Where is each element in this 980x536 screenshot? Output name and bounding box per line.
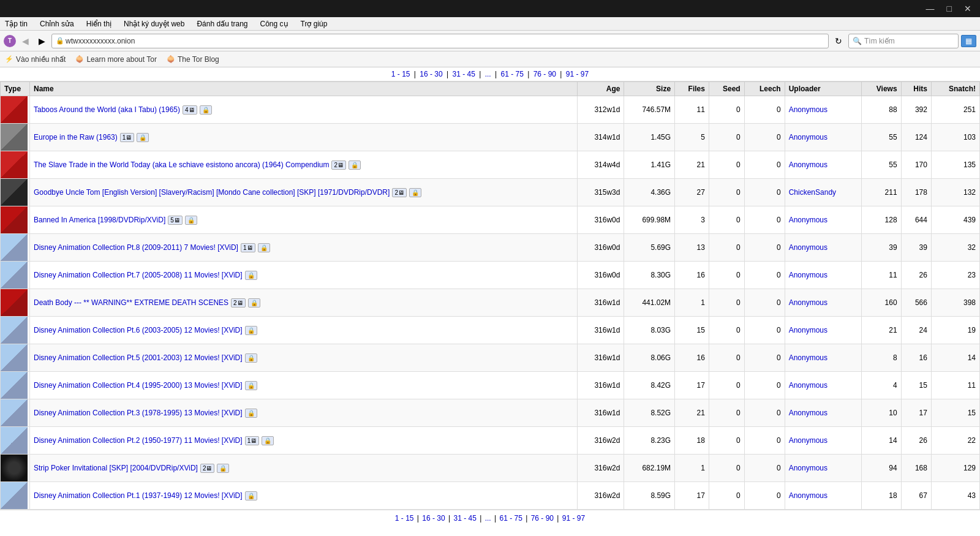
col-type[interactable]: Type	[1, 82, 30, 96]
page-link-91-97[interactable]: 91 - 97	[566, 70, 589, 78]
minimize-button[interactable]: —	[922, 2, 938, 15]
torrent-name-link[interactable]: Banned In America [1998/DVDRip/XViD]	[34, 216, 165, 224]
bookmark-learn-tor[interactable]: 🧅 Learn more about Tor	[75, 55, 157, 64]
bookmark-label-2: Learn more about Tor	[86, 55, 157, 64]
page-bottom-link-dots[interactable]: ...	[485, 514, 491, 523]
col-snatch[interactable]: Snatch!	[931, 82, 979, 96]
menu-bookmarks[interactable]: Đánh dấu trang	[194, 18, 250, 29]
torrent-name-link[interactable]: Goodbye Uncle Tom [English Version] [Sla…	[34, 188, 390, 197]
age-cell: 314w4d	[578, 151, 624, 179]
uploader-link[interactable]: Anonymous	[789, 353, 827, 362]
age-cell: 314w1d	[578, 124, 624, 151]
col-age[interactable]: Age	[578, 82, 624, 96]
uploader-link[interactable]: Anonymous	[789, 436, 827, 445]
torrent-name-link[interactable]: Disney Animation Collection Pt.3 (1978-1…	[34, 409, 243, 417]
search-bar[interactable]: 🔍 Tìm kiếm	[848, 34, 959, 48]
page-bottom-link-1-15[interactable]: 1 - 15	[395, 514, 414, 523]
bookmark-most-visited[interactable]: ⚡ Vào nhiều nhất	[5, 55, 66, 64]
torrent-name-link[interactable]: Disney Animation Collection Pt.7 (2005-2…	[34, 271, 243, 279]
col-hits[interactable]: Hits	[901, 82, 931, 96]
torrent-name-link[interactable]: Strip Poker Invitational [SKP] [2004/DVD…	[34, 464, 198, 472]
toolbar-right: ▦	[961, 35, 976, 47]
uploader-link[interactable]: Anonymous	[789, 464, 827, 472]
page-bottom-link-61-75[interactable]: 61 - 75	[499, 514, 522, 523]
uploader-link[interactable]: Anonymous	[789, 105, 827, 114]
files-cell: 1	[675, 455, 709, 482]
refresh-button[interactable]: ↻	[831, 34, 846, 48]
torrent-name-link[interactable]: Disney Animation Collection Pt.5 (2001-2…	[34, 353, 243, 362]
col-name[interactable]: Name	[30, 82, 578, 96]
table-row: Disney Animation Collection Pt.2 (1950-1…	[1, 427, 980, 455]
menu-help[interactable]: Trợ giúp	[298, 18, 330, 29]
forward-button[interactable]: ▶	[35, 34, 49, 48]
uploader-link[interactable]: ChickenSandy	[789, 188, 836, 197]
col-seed[interactable]: Seed	[709, 82, 744, 96]
uploader-link[interactable]: Anonymous	[789, 271, 827, 279]
uploader-link[interactable]: Anonymous	[789, 133, 827, 142]
menu-tools[interactable]: Công cụ	[258, 18, 291, 29]
bookmark-icon-3: 🧅	[167, 55, 175, 63]
size-cell: 8.59G	[624, 482, 675, 510]
uploader-link[interactable]: Anonymous	[789, 298, 827, 307]
page-bottom-link-91-97[interactable]: 91 - 97	[562, 514, 585, 523]
page-bottom-link-31-45[interactable]: 31 - 45	[453, 514, 476, 523]
leech-cell: 0	[744, 96, 785, 124]
torrent-name-link[interactable]: Disney Animation Collection Pt.6 (2003-2…	[34, 326, 243, 334]
page-link-61-75[interactable]: 61 - 75	[500, 70, 523, 78]
menu-history[interactable]: Nhật ký duyệt web	[121, 18, 187, 29]
blue-button-1[interactable]: ▦	[961, 35, 976, 47]
uploader-link[interactable]: Anonymous	[789, 326, 827, 334]
page-link-31-45[interactable]: 31 - 45	[452, 70, 475, 78]
uploader-link[interactable]: Anonymous	[789, 491, 827, 500]
col-uploader[interactable]: Uploader	[785, 82, 861, 96]
torrent-name-link[interactable]: Disney Animation Collection Pt.2 (1950-1…	[34, 436, 243, 445]
bookmark-tor-blog[interactable]: 🧅 The Tor Blog	[167, 55, 219, 64]
torrent-name-link[interactable]: Death Body --- ** WARNING** EXTREME DEAT…	[34, 298, 228, 307]
tor-icon: T	[4, 35, 16, 47]
maximize-button[interactable]: □	[943, 2, 956, 15]
age-cell: 312w1d	[578, 96, 624, 124]
page-bottom-link-76-90[interactable]: 76 - 90	[531, 514, 554, 523]
torrent-name-link[interactable]: Europe in the Raw (1963)	[34, 133, 118, 142]
torrent-name-link[interactable]: Disney Animation Collection Pt.1 (1937-1…	[34, 491, 243, 500]
page-bottom-link-16-30[interactable]: 16 - 30	[422, 514, 445, 523]
torrent-name-link[interactable]: Disney Animation Collection Pt.8 (2009-2…	[34, 243, 238, 252]
uploader-link[interactable]: Anonymous	[789, 243, 827, 252]
torrent-name-link[interactable]: Disney Animation Collection Pt.4 (1995-2…	[34, 381, 243, 390]
table-row: Goodbye Uncle Tom [English Version] [Sla…	[1, 179, 980, 206]
search-icon: 🔍	[853, 37, 862, 45]
hits-cell: 392	[901, 96, 931, 124]
lock-badge: 🔒	[409, 188, 421, 197]
col-leech[interactable]: Leech	[744, 82, 785, 96]
uploader-link[interactable]: Anonymous	[789, 160, 827, 169]
address-bar-wrap[interactable]: 🔒 wtwxxxxxxxxxx.onion	[51, 34, 829, 48]
uploader-link[interactable]: Anonymous	[789, 409, 827, 417]
files-cell: 11	[675, 96, 709, 124]
page-link-1-15[interactable]: 1 - 15	[391, 70, 410, 78]
hits-cell: 24	[901, 317, 931, 344]
col-files[interactable]: Files	[675, 82, 709, 96]
browser-menubar: Tập tin Chỉnh sửa Hiển thị Nhật ký duyệt…	[0, 17, 980, 31]
close-button[interactable]: ✕	[960, 2, 975, 15]
name-cell: Disney Animation Collection Pt.8 (2009-2…	[30, 234, 578, 262]
page-link-76-90[interactable]: 76 - 90	[533, 70, 556, 78]
col-size[interactable]: Size	[624, 82, 675, 96]
type-cell	[1, 482, 30, 510]
torrent-name-link[interactable]: Taboos Around the World (aka I Tabu) (19…	[34, 105, 180, 114]
name-cell: The Slave Trade in the World Today (aka …	[30, 151, 578, 179]
torrent-name-link[interactable]: The Slave Trade in the World Today (aka …	[34, 160, 329, 169]
address-url: wtwxxxxxxxxxx.onion	[66, 37, 135, 45]
size-cell: 8.23G	[624, 427, 675, 455]
uploader-link[interactable]: Anonymous	[789, 216, 827, 224]
col-views[interactable]: Views	[861, 82, 901, 96]
table-row: Disney Animation Collection Pt.4 (1995-2…	[1, 372, 980, 399]
menu-view[interactable]: Hiển thị	[84, 18, 114, 29]
table-row: Strip Poker Invitational [SKP] [2004/DVD…	[1, 455, 980, 482]
name-cell: Goodbye Uncle Tom [English Version] [Sla…	[30, 179, 578, 206]
menu-file[interactable]: Tập tin	[2, 18, 30, 29]
menu-edit[interactable]: Chỉnh sửa	[37, 18, 77, 29]
page-link-16-30[interactable]: 16 - 30	[420, 70, 442, 78]
page-link-dots[interactable]: ...	[485, 70, 491, 78]
uploader-link[interactable]: Anonymous	[789, 381, 827, 390]
back-button[interactable]: ◀	[18, 34, 32, 48]
